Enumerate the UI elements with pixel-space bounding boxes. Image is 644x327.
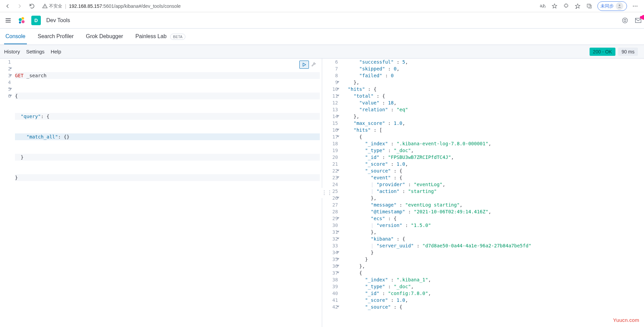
browser-toolbar: 不安全 | 192.168.85.157:5601/app/kibana#/de… xyxy=(0,0,644,12)
svg-point-6 xyxy=(635,5,636,6)
elastic-logo-icon[interactable] xyxy=(18,16,26,24)
request-gutter: 1 2 3 4 5 6 xyxy=(0,59,14,99)
mail-icon[interactable] xyxy=(634,17,642,24)
profile-avatar-icon xyxy=(616,2,623,10)
svg-point-11 xyxy=(21,17,24,20)
insecure-warning-icon: 不安全 xyxy=(42,3,62,9)
svg-point-4 xyxy=(619,4,621,6)
svg-point-14 xyxy=(19,21,21,23)
notification-indicator-icon xyxy=(641,15,644,20)
drag-handle-icon[interactable]: ⋮⋮ xyxy=(321,188,323,198)
settings-link[interactable]: Settings xyxy=(26,49,45,54)
reload-button[interactable] xyxy=(27,1,37,11)
sync-label: 未同步 xyxy=(600,3,614,9)
request-pane[interactable]: 1 2 3 4 5 6 GET _search { "query": { "ma… xyxy=(0,59,320,327)
status-badge: 200 - OK xyxy=(590,48,615,56)
insecure-label: 不安全 xyxy=(49,3,62,9)
beta-badge: BETA xyxy=(170,34,186,40)
response-code[interactable]: "successful" : 5, "skipped" : 0, "failed… xyxy=(341,59,644,310)
url-text: 192.168.85.157:5601/app/kibana#/dev_tool… xyxy=(69,3,181,9)
svg-point-13 xyxy=(21,20,24,23)
back-button[interactable] xyxy=(3,1,12,11)
svg-point-5 xyxy=(633,5,634,6)
newsfeed-icon[interactable] xyxy=(622,17,628,24)
svg-point-1 xyxy=(45,7,45,7)
page-title: Dev Tools xyxy=(46,17,70,23)
more-icon[interactable] xyxy=(632,3,639,10)
kibana-header: D Dev Tools xyxy=(0,12,644,29)
tab-search-profiler[interactable]: Search Profiler xyxy=(36,29,75,44)
console-editor-area: 1 2 3 4 5 6 GET _search { "query": { "ma… xyxy=(0,59,644,327)
translate-icon[interactable]: aあ xyxy=(540,3,546,10)
sync-status[interactable]: 未同步 xyxy=(597,1,627,11)
request-code[interactable]: GET _search { "query": { "match_all": {}… xyxy=(14,59,320,195)
forward-button[interactable] xyxy=(15,1,24,11)
console-toolbar: History Settings Help 200 - OK 90 ms xyxy=(0,45,644,59)
svg-point-12 xyxy=(19,18,22,21)
svg-point-7 xyxy=(637,5,638,6)
extensions-icon[interactable] xyxy=(563,3,569,10)
svg-rect-3 xyxy=(587,4,590,7)
favorite-icon[interactable] xyxy=(551,3,558,10)
tab-painless-lab[interactable]: Painless Lab xyxy=(134,29,168,44)
timing-badge: 90 ms xyxy=(618,48,638,56)
dev-tools-tabs: Console Search Profiler Grok Debugger Pa… xyxy=(0,29,644,45)
svg-point-15 xyxy=(623,18,628,23)
menu-toggle-icon[interactable] xyxy=(4,16,12,24)
watermark: Yuucn.com xyxy=(613,317,639,323)
favorites-list-icon[interactable] xyxy=(574,3,581,10)
response-pane[interactable]: 6789101112131415161718192021222324252627… xyxy=(325,59,644,327)
request-options-button[interactable] xyxy=(310,61,317,69)
app-badge: D xyxy=(31,16,41,25)
history-link[interactable]: History xyxy=(4,49,20,54)
collections-icon[interactable] xyxy=(586,3,593,10)
help-link[interactable]: Help xyxy=(51,49,61,54)
send-request-button[interactable] xyxy=(299,61,309,69)
tab-grok-debugger[interactable]: Grok Debugger xyxy=(85,29,125,44)
tab-console[interactable]: Console xyxy=(4,29,27,44)
address-bar[interactable]: 不安全 | 192.168.85.157:5601/app/kibana#/de… xyxy=(39,3,537,9)
svg-rect-16 xyxy=(624,19,626,21)
response-gutter: 6789101112131415161718192021222324252627… xyxy=(325,59,341,310)
svg-rect-17 xyxy=(635,18,641,22)
pane-divider[interactable]: ⋮⋮ xyxy=(320,59,325,327)
